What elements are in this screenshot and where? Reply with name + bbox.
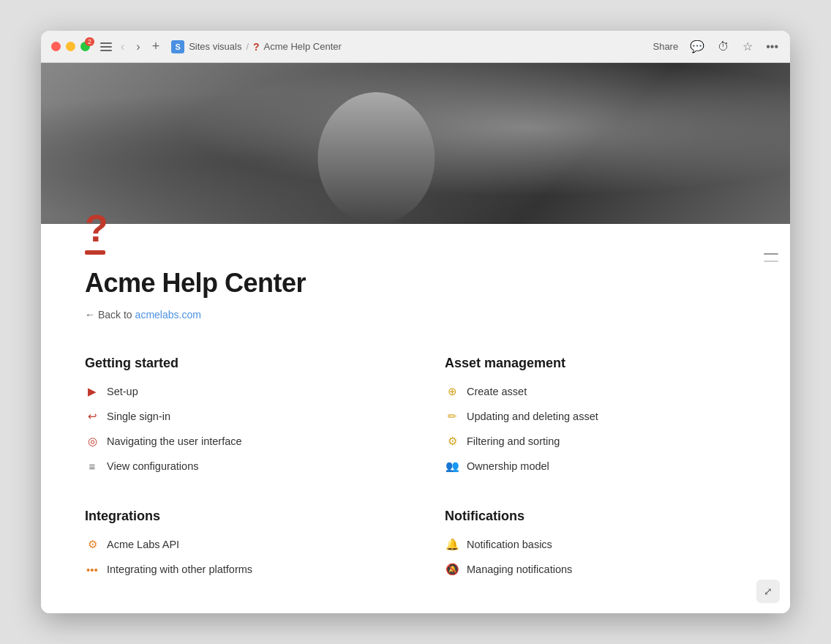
comment-icon[interactable]: 💬 — [688, 38, 706, 55]
link-icon-create-asset: ⊕ — [445, 384, 459, 399]
section-links-asset-management: ⊕Create asset✏Updating and deleting asse… — [445, 384, 746, 473]
section-integrations: Integrations⚙Acme Labs API•••Integrating… — [85, 509, 386, 577]
breadcrumb-separator: / — [246, 41, 249, 52]
hero-photo — [41, 63, 790, 224]
breadcrumb-page-label[interactable]: Acme Help Center — [264, 41, 342, 52]
link-item-nav-ui[interactable]: ◎Navigating the user interface — [85, 434, 386, 449]
section-notifications: Notifications🔔Notification basics🔕Managi… — [445, 509, 746, 577]
link-label-filter-sort: Filtering and sorting — [467, 435, 560, 447]
link-item-filter-sort[interactable]: ⚙Filtering and sorting — [445, 434, 746, 449]
link-label-setup: Set-up — [107, 386, 138, 397]
history-icon[interactable]: ⏱ — [716, 39, 731, 55]
link-item-manage-notif[interactable]: 🔕Managing notifications — [445, 562, 746, 577]
star-icon[interactable]: ☆ — [741, 38, 754, 55]
page-question-mark-icon: ? — [85, 209, 108, 255]
hero-image — [41, 63, 790, 224]
close-button[interactable] — [51, 42, 61, 51]
link-icon-view-config: ≡ — [85, 459, 99, 473]
link-icon-filter-sort: ⚙ — [445, 434, 459, 449]
link-label-view-config: View configurations — [107, 460, 198, 472]
link-label-create-asset: Create asset — [467, 386, 527, 397]
content-body: Acme Help Center ← Back to acmelabs.com … — [41, 224, 790, 613]
page-content: ? Acme Help Center ← Back to acmelabs.co… — [41, 224, 790, 613]
link-label-manage-notif: Managing notifications — [467, 564, 572, 575]
browser-window: ‹ › + S Sites visuals / ? Acme Help Cent… — [41, 31, 790, 613]
traffic-lights — [51, 42, 90, 51]
link-label-api: Acme Labs API — [107, 539, 179, 550]
breadcrumb: S Sites visuals / ? Acme Help Center — [171, 40, 647, 53]
sections-grid: Getting started▶Set-up↩Single sign-in◎Na… — [85, 356, 746, 577]
share-button[interactable]: Share — [653, 41, 678, 52]
section-title-getting-started: Getting started — [85, 356, 386, 371]
section-title-asset-management: Asset management — [445, 356, 746, 371]
link-icon-sso: ↩ — [85, 409, 99, 424]
link-icon-update-delete: ✏ — [445, 409, 459, 424]
link-icon-platforms: ••• — [85, 562, 99, 577]
sidebar-toggle-icon[interactable] — [100, 42, 112, 51]
link-label-update-delete: Updating and deleting asset — [467, 411, 598, 422]
back-nav-button[interactable]: ‹ — [118, 39, 127, 55]
minimize-button[interactable] — [66, 42, 75, 51]
link-item-setup[interactable]: ▶Set-up — [85, 384, 386, 399]
link-label-sso: Single sign-in — [107, 411, 170, 422]
section-title-notifications: Notifications — [445, 509, 746, 524]
link-label-nav-ui: Navigating the user interface — [107, 435, 242, 447]
section-links-notifications: 🔔Notification basics🔕Managing notificati… — [445, 537, 746, 577]
link-item-api[interactable]: ⚙Acme Labs API — [85, 537, 386, 552]
link-item-notif-basics[interactable]: 🔔Notification basics — [445, 537, 746, 552]
more-options-icon[interactable]: ••• — [764, 39, 780, 55]
scroll-indicators — [764, 253, 778, 262]
link-item-platforms[interactable]: •••Integrating with other platforms — [85, 562, 386, 577]
link-icon-manage-notif: 🔕 — [445, 562, 459, 577]
link-icon-api: ⚙ — [85, 537, 99, 552]
link-item-update-delete[interactable]: ✏Updating and deleting asset — [445, 409, 746, 424]
back-link-container: ← Back to acmelabs.com — [85, 309, 746, 321]
forward-nav-button[interactable]: › — [133, 39, 143, 55]
page-title: Acme Help Center — [85, 268, 746, 299]
link-label-notif-basics: Notification basics — [467, 539, 552, 550]
section-getting-started: Getting started▶Set-up↩Single sign-in◎Na… — [85, 356, 386, 473]
link-item-sso[interactable]: ↩Single sign-in — [85, 409, 386, 424]
back-link-url[interactable]: acmelabs.com — [135, 309, 201, 321]
link-icon-ownership: 👥 — [445, 459, 459, 473]
titlebar: ‹ › + S Sites visuals / ? Acme Help Cent… — [41, 31, 790, 63]
breadcrumb-sites-label[interactable]: Sites visuals — [189, 41, 241, 52]
maximize-button[interactable] — [80, 42, 90, 51]
page-icon-small: ? — [253, 41, 260, 53]
link-item-create-asset[interactable]: ⊕Create asset — [445, 384, 746, 399]
link-item-ownership[interactable]: 👥Ownership model — [445, 459, 746, 473]
sites-icon: S — [171, 40, 184, 53]
link-label-platforms: Integrating with other platforms — [107, 564, 252, 575]
expand-button[interactable]: ⤢ — [756, 580, 780, 603]
link-icon-notif-basics: 🔔 — [445, 537, 459, 552]
add-tab-button[interactable]: + — [149, 37, 163, 56]
titlebar-actions: Share 💬 ⏱ ☆ ••• — [653, 38, 780, 55]
section-title-integrations: Integrations — [85, 509, 386, 524]
link-icon-setup: ▶ — [85, 384, 99, 399]
back-link-prefix: ← Back to — [85, 309, 132, 321]
link-item-view-config[interactable]: ≡View configurations — [85, 459, 386, 473]
section-asset-management: Asset management⊕Create asset✏Updating a… — [445, 356, 746, 473]
section-links-getting-started: ▶Set-up↩Single sign-in◎Navigating the us… — [85, 384, 386, 473]
section-links-integrations: ⚙Acme Labs API•••Integrating with other … — [85, 537, 386, 577]
link-label-ownership: Ownership model — [467, 460, 549, 472]
link-icon-nav-ui: ◎ — [85, 434, 99, 449]
